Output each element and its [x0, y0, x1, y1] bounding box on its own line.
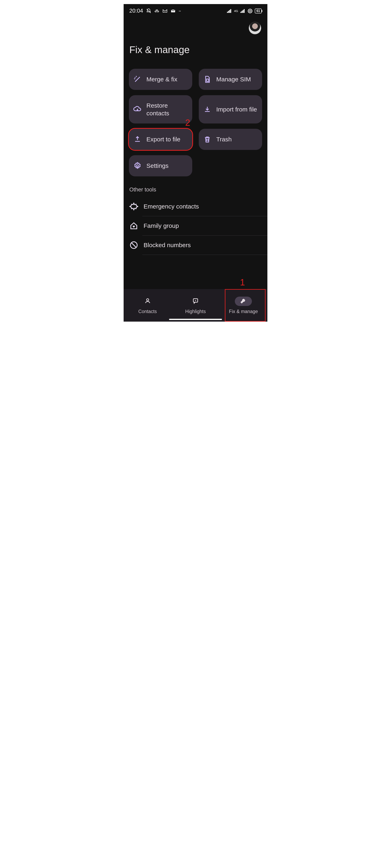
home-heart-icon	[129, 221, 138, 230]
svg-rect-5	[241, 12, 241, 12]
blocked-numbers-item[interactable]: Blocked numbers	[142, 236, 268, 255]
tools-grid: Merge & fix Manage SIM Restore contacts …	[123, 63, 268, 176]
list-item-label: Family group	[144, 222, 179, 229]
tile-label: Export to file	[146, 135, 180, 143]
annotation-2: 2	[185, 118, 190, 128]
status-bar: 20:04 ·· 4G	[123, 4, 268, 16]
signal-2-icon	[240, 8, 245, 13]
network-type: 4G	[234, 9, 238, 12]
nav-contacts[interactable]: Contacts	[123, 297, 171, 314]
merge-fix-tile[interactable]: Merge & fix	[129, 69, 192, 90]
cloud-download-icon	[133, 105, 142, 114]
svg-point-9	[248, 9, 252, 13]
nav-fix-manage[interactable]: Fix & manage	[220, 297, 268, 314]
status-time: 20:04	[129, 8, 143, 14]
person-icon	[144, 298, 151, 305]
signal-icon	[227, 8, 232, 13]
svg-rect-11	[207, 79, 209, 81]
bottom-nav: Contacts Highlights Fix & manage	[123, 289, 268, 321]
import-icon	[203, 105, 212, 114]
phone-screenshot: 20:04 ·· 4G	[123, 4, 268, 321]
import-from-file-tile[interactable]: Import from file	[199, 95, 262, 123]
other-tools-heading: Other tools	[123, 176, 268, 197]
list-item-label: Emergency contacts	[144, 203, 199, 210]
trash-tile[interactable]: Trash	[199, 129, 262, 150]
annotation-1: 1	[240, 277, 245, 287]
tile-label: Restore contacts	[146, 102, 188, 117]
restore-contacts-tile[interactable]: Restore contacts	[129, 95, 192, 123]
wrench-icon	[240, 298, 247, 305]
tile-label: Trash	[216, 135, 232, 143]
nav-label: Contacts	[138, 309, 157, 314]
magic-wand-icon	[133, 75, 142, 84]
mail-icon	[170, 8, 176, 13]
svg-rect-3	[229, 10, 230, 12]
nav-label: Highlights	[185, 309, 206, 314]
gmail-icon	[162, 8, 168, 13]
svg-rect-2	[228, 11, 229, 13]
svg-rect-7	[243, 10, 243, 12]
battery-indicator: 61	[255, 8, 262, 13]
manage-sim-tile[interactable]: Manage SIM	[199, 69, 262, 90]
family-group-item[interactable]: Family group	[142, 216, 268, 236]
svg-point-14	[146, 299, 149, 301]
medical-icon	[129, 202, 138, 211]
tile-label: Merge & fix	[146, 75, 177, 83]
missed-call-icon	[154, 8, 160, 13]
block-icon	[129, 241, 138, 250]
more-notifications-icon: ··	[178, 8, 181, 14]
svg-rect-6	[242, 11, 242, 13]
svg-rect-1	[227, 12, 228, 12]
tile-label: Import from file	[216, 105, 257, 113]
nav-label: Fix & manage	[229, 309, 258, 314]
profile-avatar[interactable]	[249, 22, 261, 34]
nav-highlights[interactable]: Highlights	[171, 297, 219, 314]
svg-point-12	[136, 165, 138, 167]
sparkle-chat-icon	[192, 298, 199, 305]
tile-label: Settings	[146, 162, 168, 169]
gear-icon	[133, 162, 142, 170]
svg-rect-4	[230, 9, 231, 12]
home-indicator	[169, 319, 222, 320]
data-saver-icon	[247, 8, 253, 13]
trash-icon	[203, 135, 212, 144]
other-tools-list: Emergency contacts Family group Blocked …	[123, 197, 268, 255]
export-to-file-tile[interactable]: 2 Export to file	[129, 129, 192, 150]
export-icon	[133, 135, 142, 144]
tile-label: Manage SIM	[216, 75, 251, 83]
emergency-contacts-item[interactable]: Emergency contacts	[142, 197, 268, 216]
page-title: Fix & manage	[123, 34, 268, 63]
svg-rect-8	[244, 9, 245, 12]
sim-card-icon	[203, 75, 212, 84]
settings-tile[interactable]: Settings	[129, 155, 192, 176]
notifications-muted-icon	[146, 8, 151, 13]
svg-point-10	[249, 10, 251, 12]
list-item-label: Blocked numbers	[144, 242, 191, 249]
